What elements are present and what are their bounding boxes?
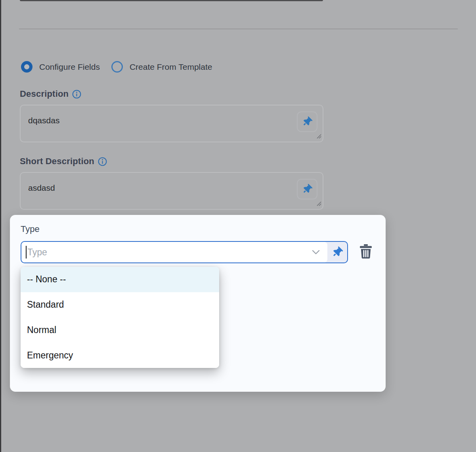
description-label: Description bbox=[20, 89, 69, 99]
radio-label: Configure Fields bbox=[39, 62, 100, 72]
radio-unselected-icon[interactable] bbox=[111, 61, 123, 73]
pin-icon bbox=[301, 183, 313, 195]
type-label: Type bbox=[21, 224, 40, 234]
radio-label: Create From Template bbox=[130, 62, 212, 72]
dropdown-option-standard[interactable]: Standard bbox=[21, 292, 219, 318]
chevron-down-icon[interactable] bbox=[312, 242, 320, 262]
dropdown-option-normal[interactable]: Normal bbox=[21, 318, 219, 343]
resize-handle-icon[interactable] bbox=[315, 133, 321, 140]
dropdown-option-emergency[interactable]: Emergency bbox=[21, 343, 219, 368]
short-description-textarea-box: asdasd bbox=[20, 172, 323, 210]
description-textarea[interactable]: dqasdas bbox=[21, 105, 323, 142]
description-label-row: Description bbox=[20, 89, 81, 99]
clipped-field-bottom-border bbox=[20, 0, 323, 1]
mode-radio-group: Configure Fields Create From Template bbox=[21, 61, 212, 73]
type-combobox bbox=[21, 241, 348, 263]
description-pin-button[interactable] bbox=[297, 111, 317, 132]
page: Configure Fields Create From Template De… bbox=[0, 0, 476, 452]
type-field-spotlight-card: Type bbox=[10, 215, 386, 392]
pin-icon bbox=[301, 116, 313, 128]
short-description-textarea[interactable]: asdasd bbox=[21, 173, 323, 209]
section-divider bbox=[19, 29, 458, 29]
delete-field-button[interactable] bbox=[357, 241, 375, 263]
description-textarea-box: dqasdas bbox=[20, 105, 323, 142]
radio-configure-fields[interactable]: Configure Fields bbox=[21, 61, 100, 73]
short-description-label-row: Short Description bbox=[20, 156, 107, 167]
trash-icon bbox=[359, 244, 372, 260]
pin-icon bbox=[331, 246, 344, 259]
short-description-pin-button[interactable] bbox=[297, 179, 317, 199]
resize-handle-icon[interactable] bbox=[315, 200, 321, 208]
type-input[interactable] bbox=[21, 242, 327, 262]
text-caret bbox=[26, 246, 27, 259]
info-icon[interactable] bbox=[72, 90, 81, 99]
radio-create-from-template[interactable]: Create From Template bbox=[111, 61, 212, 73]
info-icon[interactable] bbox=[98, 157, 107, 166]
type-input-area bbox=[21, 242, 327, 262]
radio-selected-icon[interactable] bbox=[21, 61, 32, 73]
type-pin-button[interactable] bbox=[327, 242, 347, 262]
type-dropdown-list: -- None -- Standard Normal Emergency bbox=[21, 267, 219, 368]
short-description-label: Short Description bbox=[20, 156, 94, 167]
page-left-border bbox=[0, 0, 1, 452]
dropdown-option-none[interactable]: -- None -- bbox=[21, 267, 219, 292]
